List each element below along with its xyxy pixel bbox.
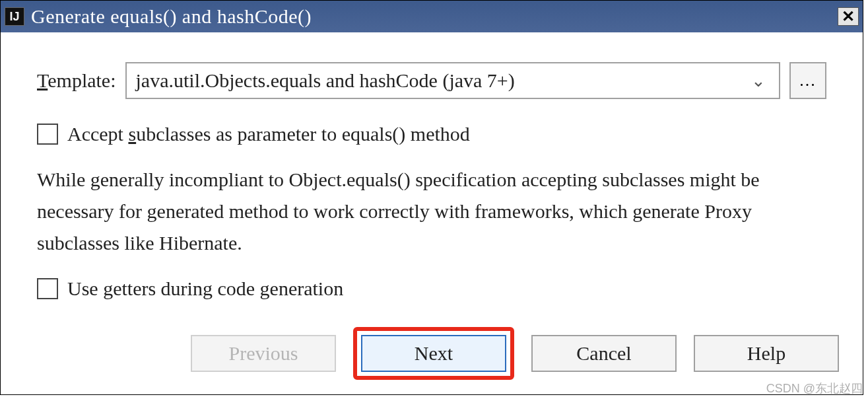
- accept-subclasses-label-mnemonic: s: [128, 123, 136, 145]
- titlebar: IJ Generate equals() and hashCode() ✕: [1, 1, 863, 32]
- previous-button: Previous: [191, 335, 336, 372]
- use-getters-label: Use getters during code generation: [67, 277, 343, 300]
- template-label: Template:: [37, 69, 116, 92]
- dialog-content: Template: java.util.Objects.equals and h…: [1, 32, 863, 300]
- template-label-rest: emplate:: [48, 69, 116, 91]
- template-label-mnemonic: T: [37, 69, 48, 91]
- close-button[interactable]: ✕: [838, 7, 859, 26]
- dialog-window: IJ Generate equals() and hashCode() ✕ Te…: [0, 0, 863, 395]
- help-button[interactable]: Help: [694, 335, 839, 372]
- accept-subclasses-label-rest: ubclasses as parameter to equals() metho…: [136, 123, 470, 145]
- use-getters-row: Use getters during code generation: [37, 277, 826, 300]
- next-button[interactable]: Next: [361, 335, 506, 372]
- dialog-title: Generate equals() and hashCode(): [31, 5, 838, 28]
- close-icon: ✕: [842, 7, 855, 26]
- cancel-button[interactable]: Cancel: [531, 335, 677, 372]
- use-getters-checkbox[interactable]: [37, 278, 58, 299]
- description-text: While generally incompliant to Object.eq…: [37, 164, 826, 259]
- accept-subclasses-label-prefix: Accept: [67, 123, 128, 145]
- button-bar: Previous Next Cancel Help: [191, 327, 839, 380]
- accept-subclasses-checkbox[interactable]: [37, 124, 58, 145]
- template-select[interactable]: java.util.Objects.equals and hashCode (j…: [125, 62, 780, 99]
- template-select-value: java.util.Objects.equals and hashCode (j…: [136, 69, 515, 92]
- accept-subclasses-row: Accept subclasses as parameter to equals…: [37, 123, 826, 145]
- accept-subclasses-label: Accept subclasses as parameter to equals…: [67, 123, 470, 145]
- template-browse-button[interactable]: ...: [789, 62, 826, 99]
- chevron-down-icon: ⌄: [751, 71, 766, 91]
- watermark: CSDN @东北赵四: [766, 381, 863, 396]
- template-row: Template: java.util.Objects.equals and h…: [37, 62, 826, 99]
- next-button-highlight: Next: [353, 327, 514, 380]
- intellij-icon: IJ: [5, 7, 24, 26]
